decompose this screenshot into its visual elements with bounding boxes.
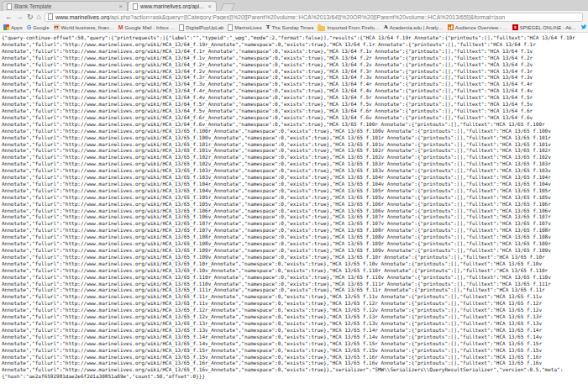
bookmark-label: MarineLives <box>234 25 261 30</box>
forward-button[interactable]: → <box>16 13 24 21</box>
bookmark-imported-from-firefo[interactable]: Imported From Firefo… <box>318 24 379 31</box>
bookmark-academia-edu-analy[interactable]: AAcademia.edu | Analy… <box>384 24 444 30</box>
spiegel-icon: S <box>512 24 518 30</box>
url-bar[interactable]: www.marinelives.org/api.php?action=ask&q… <box>45 13 583 22</box>
page-favicon-icon <box>133 3 138 10</box>
bookmark-digitalpopuplab[interactable]: DigitalPopUpLab (@… <box>580 24 588 31</box>
url-host: www.marinelives.org <box>55 14 109 20</box>
json-response-text: {"query-continue-offset":50,"query":{"pr… <box>0 33 588 380</box>
bookmark-apps[interactable]: Apps <box>3 24 23 30</box>
bookmark-label: The Sunday Times <box>271 25 313 30</box>
tab-title: Blank Template <box>14 3 116 9</box>
ft-icon: FT <box>54 24 60 30</box>
url-path: /api.php?action=ask&query=[[Category:Pag… <box>109 14 505 20</box>
gmail-m-icon: M <box>118 24 123 30</box>
bookmark-label: World business, finan… <box>61 25 114 30</box>
page-icon <box>179 24 184 31</box>
content-area: {"query-continue-offset":50,"query":{"pr… <box>0 33 588 384</box>
folder-icon <box>318 26 325 31</box>
bookmark-google[interactable]: GGoogle <box>27 24 50 30</box>
tab-close-icon[interactable]: × <box>207 3 212 10</box>
reload-button[interactable]: ↻ <box>27 13 34 21</box>
bookmarks-bar: AppsGGoogleFTWorld business, finan…MGoog… <box>0 23 588 33</box>
bookmark-spiegel-online-ak[interactable]: SSPIEGEL ONLINE - Ak… <box>512 24 576 30</box>
bookmark-digitalpopuplab[interactable]: DigitalPopUpLab <box>179 24 223 31</box>
page-favicon-icon <box>7 3 12 10</box>
bookmark-label: Google Mail - Inbox … <box>125 25 176 30</box>
bookmark-label: Apps <box>11 25 23 30</box>
home-button[interactable]: ⌂ <box>37 13 41 21</box>
tab-title: www.marinelives.org/api… <box>140 3 205 9</box>
bookmark-google-mail-inbox[interactable]: MGoogle Mail - Inbox … <box>118 24 176 30</box>
google-g-icon: G <box>27 24 31 30</box>
bookmark-label: Audience Overview - … <box>455 25 508 30</box>
back-button[interactable]: ← <box>5 13 13 21</box>
bookmark-world-business-finan[interactable]: FTWorld business, finan… <box>54 24 114 30</box>
analytics-icon <box>448 24 454 31</box>
bookmark-the-sunday-times[interactable]: TThe Sunday Times <box>266 24 314 30</box>
twitter-icon <box>580 24 587 31</box>
tab-marinelives-api[interactable]: www.marinelives.org/api… × <box>128 1 217 11</box>
bookmark-label: Google <box>33 25 49 30</box>
letter-a-icon: A <box>384 24 388 30</box>
bookmark-audience-overview[interactable]: Audience Overview - … <box>448 24 508 31</box>
tab-close-icon[interactable]: × <box>118 3 123 10</box>
apps-grid-icon <box>3 24 9 30</box>
bookmark-label: Imported From Firefo… <box>327 25 379 30</box>
new-tab-button[interactable] <box>220 3 235 11</box>
bookmark-label: DigitalPopUpLab <box>186 25 223 30</box>
browser-window: Blank Template × www.marinelives.org/api… <box>0 0 588 384</box>
tab-strip: Blank Template × www.marinelives.org/api… <box>0 0 588 11</box>
url-text: www.marinelives.org/api.php?action=ask&q… <box>55 14 505 20</box>
toolbar: ← → ↻ ⌂ www.marinelives.org/api.php?acti… <box>0 11 588 23</box>
bookmark-label: SPIEGEL ONLINE - Ak… <box>520 25 576 30</box>
bookmark-label: Academia.edu | Analy… <box>390 25 444 30</box>
page-icon <box>228 24 233 31</box>
tab-blank-template[interactable]: Blank Template × <box>2 1 128 11</box>
letter-t-icon: T <box>266 24 270 30</box>
bookmark-marinelives[interactable]: MarineLives <box>228 24 261 31</box>
page-icon <box>48 13 53 20</box>
